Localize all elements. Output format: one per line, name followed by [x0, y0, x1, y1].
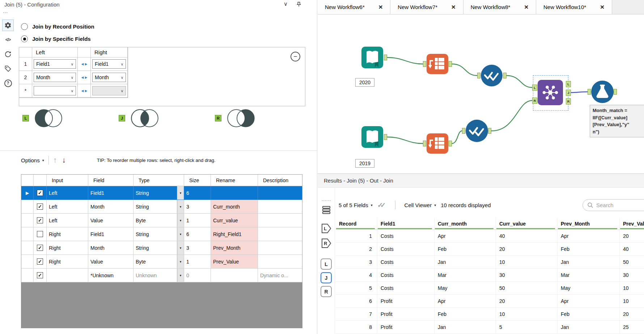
results-column-header[interactable]: Prev_Value — [620, 218, 644, 230]
type-dropdown-button[interactable]: ▾ — [177, 255, 184, 268]
test-check-tool-top[interactable] — [480, 64, 503, 88]
field-table-row[interactable]: ▶✓LeftField1String▾6 — [21, 186, 302, 200]
join-left-field-select[interactable]: ∨ — [34, 86, 76, 95]
search-input[interactable] — [596, 202, 636, 208]
join-left-field-select[interactable]: Month∨ — [34, 73, 76, 82]
join-input-anchor[interactable]: R — [532, 98, 537, 104]
test-check-tool-bottom[interactable] — [465, 119, 488, 144]
workflow-tab[interactable]: New Workflow7*✕ — [390, 0, 463, 14]
options-dropdown-button[interactable]: Options ▾ — [21, 157, 44, 163]
join-right-field-select[interactable]: ∨ — [92, 86, 126, 95]
output-anchor-l-button[interactable]: L — [321, 258, 332, 270]
field-checkbox[interactable]: ✓ — [37, 204, 43, 210]
field-table-row[interactable]: ✓*UnknownUnknown▾0Dynamic o... — [21, 269, 302, 282]
rename-cell[interactable] — [211, 186, 258, 200]
join-input-anchor[interactable]: L — [532, 85, 537, 91]
remove-row-button[interactable]: − — [291, 52, 300, 61]
results-column-header[interactable]: Curr_month — [435, 218, 496, 230]
results-data-row[interactable]: 1CostsApr40Apr20 — [336, 230, 644, 243]
join-left-field-select[interactable]: Field1∨ — [34, 59, 76, 69]
join-right-field-select[interactable]: Month∨ — [92, 73, 126, 82]
chevron-down-icon[interactable]: ∨ — [284, 1, 288, 7]
tool-anchor[interactable] — [614, 89, 617, 95]
rename-cell[interactable]: Curr_month — [211, 200, 258, 214]
join-output-anchor[interactable]: J — [566, 90, 571, 96]
workflow-tab[interactable]: New Workflow8*✕ — [463, 0, 536, 14]
field-table-row[interactable]: ✓RightValueByte▾1Prev_Value — [21, 255, 302, 269]
radio-selected-icon[interactable] — [21, 35, 28, 42]
help-icon[interactable]: ? — [2, 77, 14, 89]
join-tool[interactable] — [537, 80, 563, 107]
results-column-header[interactable]: Record — [336, 218, 377, 230]
panel-drag-dots[interactable]: ⋯⋯ — [322, 198, 331, 203]
rename-cell[interactable]: Curr_value — [211, 214, 258, 227]
tag-icon[interactable] — [2, 63, 14, 74]
field-checkbox[interactable]: ✓ — [37, 258, 43, 265]
tab-close-icon[interactable]: ✕ — [378, 4, 383, 10]
workflow-tab[interactable]: New Workflow10*✕ — [536, 0, 612, 14]
join-right-field-select[interactable]: Field1∨ — [92, 59, 126, 69]
type-dropdown-button[interactable]: ▾ — [177, 227, 184, 241]
container-label-2019[interactable]: 2019 — [355, 159, 374, 168]
tool-anchor[interactable] — [488, 128, 491, 134]
join-output-anchor[interactable]: R — [566, 98, 571, 104]
swap-fields-icon[interactable]: ◄► — [78, 57, 91, 71]
tool-anchor[interactable] — [384, 55, 387, 60]
field-checkbox[interactable]: ✓ — [37, 245, 43, 251]
output-anchor-j-button[interactable]: J — [321, 272, 332, 283]
results-data-row[interactable]: 2CostsFeb20Feb40 — [336, 243, 644, 256]
tool-anchor[interactable] — [449, 141, 452, 146]
results-data-row[interactable]: 5CostsMay50May10 — [336, 282, 644, 295]
rename-cell[interactable]: Prev_Value — [211, 255, 258, 269]
workflow-tab[interactable]: New Workflow6*✕ — [318, 0, 390, 14]
arrange-tool-top[interactable] — [426, 53, 449, 76]
tool-anchor[interactable] — [449, 61, 452, 67]
workflow-navigation-icon[interactable] — [2, 48, 14, 60]
results-column-header[interactable]: Field1 — [377, 218, 435, 230]
input-data-tool-2019[interactable] — [361, 126, 384, 149]
rename-cell[interactable] — [211, 269, 258, 282]
cell-viewer-dropdown[interactable]: Cell Viewer ▾ — [404, 202, 436, 208]
formula-flask-tool[interactable] — [591, 80, 614, 104]
radio-unselected-icon[interactable] — [21, 23, 28, 30]
fields-dropdown[interactable]: 5 of 5 Fields ▾ — [339, 202, 373, 208]
search-box[interactable] — [582, 199, 644, 211]
workflow-canvas[interactable]: 2020 — [318, 14, 644, 174]
field-table-row[interactable]: ✓LeftValueByte▾1Curr_value — [21, 214, 302, 227]
configuration-gear-icon[interactable] — [2, 20, 14, 31]
tool-anchor[interactable] — [384, 134, 387, 140]
tool-anchor[interactable] — [477, 73, 480, 78]
move-row-down-button[interactable]: ↓ — [62, 156, 66, 164]
field-checkbox[interactable]: ✓ — [37, 272, 43, 278]
rename-cell[interactable]: Right_Field1 — [211, 227, 258, 241]
tab-close-icon[interactable]: ✕ — [451, 4, 456, 10]
results-column-header[interactable]: Curr_value — [496, 218, 558, 230]
annotation-code-icon[interactable]: </> — [2, 34, 14, 46]
tool-anchor[interactable] — [423, 141, 426, 146]
type-dropdown-button[interactable]: ▾ — [177, 269, 184, 282]
field-table-row[interactable]: ✓RightMonthString▾3Prev_Month — [21, 241, 302, 255]
arrange-tool-bottom[interactable] — [426, 133, 449, 155]
input-anchor-l-icon[interactable]: L — [321, 223, 332, 235]
swap-fields-icon[interactable]: ◄► — [78, 84, 91, 98]
tool-anchor[interactable] — [423, 61, 426, 67]
tool-anchor[interactable] — [503, 73, 507, 78]
results-column-header[interactable]: Prev_Month — [558, 218, 620, 230]
move-row-up-button[interactable]: ↑ — [53, 156, 57, 164]
rename-cell[interactable]: Prev_Month — [211, 241, 258, 255]
type-dropdown-button[interactable]: ▾ — [177, 200, 184, 213]
field-checkbox[interactable] — [37, 231, 43, 237]
tool-anchor[interactable] — [462, 128, 465, 134]
tool-anchor[interactable] — [588, 89, 591, 95]
panel-drag-dots[interactable]: ⋯ — [3, 9, 8, 15]
results-data-row[interactable]: 4CostsMar30Mar30 — [336, 269, 644, 282]
input-data-tool-2020[interactable] — [361, 46, 384, 70]
input-anchor-r-icon[interactable]: R — [321, 238, 332, 250]
results-data-row[interactable]: 6ProfitApr20Apr10 — [336, 295, 644, 308]
field-table-row[interactable]: RightField1String▾6Right_Field1 — [21, 227, 302, 241]
container-label-2020[interactable]: 2020 — [355, 78, 374, 87]
type-dropdown-button[interactable]: ▾ — [177, 241, 184, 254]
pin-icon[interactable] — [296, 1, 302, 8]
tab-close-icon[interactable]: ✕ — [524, 4, 529, 10]
join-by-specific-fields-option[interactable]: Join by Specific Fields — [21, 35, 91, 42]
